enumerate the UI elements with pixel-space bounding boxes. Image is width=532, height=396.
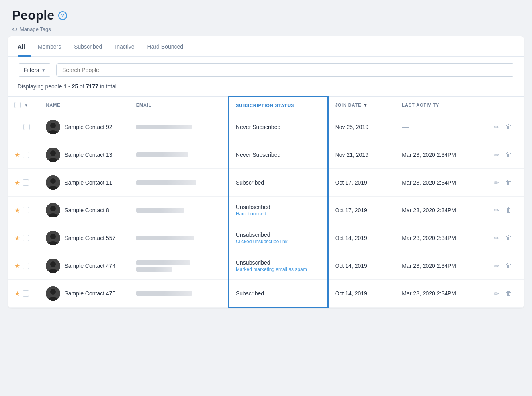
edit-icon[interactable]: ✏: [492, 288, 501, 299]
contact-name[interactable]: Sample Contact 475: [64, 290, 115, 297]
row-checkbox[interactable]: [23, 179, 29, 186]
select-all-sort-btn[interactable]: ▼: [23, 103, 28, 107]
name-cell: Sample Contact 557: [46, 231, 123, 245]
edit-icon[interactable]: ✏: [492, 233, 501, 244]
actions-cell: ✏ 🗑: [492, 122, 518, 133]
delete-icon[interactable]: 🗑: [504, 233, 514, 243]
edit-icon[interactable]: ✏: [492, 150, 501, 160]
subscription-status-cell: Subscribed: [236, 290, 321, 297]
subscription-status-cell: Subscribed: [236, 179, 321, 186]
actions-cell: ✏ 🗑: [492, 233, 518, 244]
star-icon[interactable]: ★: [14, 179, 20, 187]
subscription-status-main: Never Subscribed: [236, 124, 321, 130]
last-activity-dash: —: [402, 123, 409, 131]
star-icon[interactable]: ★: [14, 234, 20, 242]
last-activity-cell: —: [395, 113, 485, 141]
contact-name[interactable]: Sample Contact 92: [64, 124, 112, 130]
row-check-cell: ★: [14, 234, 33, 242]
row-checkbox[interactable]: [23, 290, 29, 297]
table-row: ★ Sample Contact 13 Never Subscribed Nov…: [8, 141, 524, 169]
delete-icon[interactable]: 🗑: [504, 205, 514, 215]
email-blur-1: [136, 236, 194, 240]
select-all-checkbox[interactable]: [14, 102, 21, 108]
email-cell: [136, 208, 222, 213]
star-icon[interactable]: ★: [14, 207, 20, 214]
email-blur-1: [136, 208, 184, 213]
subscription-status-main: Subscribed: [236, 179, 321, 186]
join-date-cell: Oct 17, 2019: [328, 197, 395, 224]
subscription-status-sub: Clicked unsubscribe link: [236, 239, 321, 244]
join-date-cell: Nov 25, 2019: [328, 113, 395, 141]
subscription-status-main: Unsubscribed: [236, 204, 321, 210]
search-input[interactable]: [56, 63, 514, 77]
avatar: [46, 203, 60, 217]
svg-point-19: [50, 289, 56, 295]
contact-name[interactable]: Sample Contact 8: [64, 207, 109, 213]
filters-label: Filters: [24, 67, 39, 73]
subscription-status-sub: Marked marketing email as spam: [236, 267, 321, 272]
last-activity-cell: Mar 23, 2020 2:34PM: [395, 197, 485, 224]
row-check-cell: ★: [14, 290, 33, 298]
row-checkbox[interactable]: [23, 235, 29, 241]
star-icon[interactable]: ★: [14, 151, 20, 159]
tag-icon: 🏷: [12, 26, 17, 32]
actions-cell: ✏ 🗑: [492, 205, 518, 216]
col-header-lastactivity: LAST ACTIVITY: [395, 97, 485, 113]
email-cell: [136, 180, 222, 185]
edit-icon[interactable]: ✏: [492, 177, 501, 188]
edit-icon[interactable]: ✏: [492, 122, 501, 133]
contact-name[interactable]: Sample Contact 11: [64, 179, 112, 186]
actions-cell: ✏ 🗑: [492, 150, 518, 160]
edit-icon[interactable]: ✏: [492, 261, 501, 271]
delete-icon[interactable]: 🗑: [504, 288, 514, 299]
edit-icon[interactable]: ✏: [492, 205, 501, 216]
contact-name[interactable]: Sample Contact 13: [64, 152, 112, 158]
table-row: ★ Sample Contact 474 Unsubscribed Marked…: [8, 252, 524, 280]
row-checkbox[interactable]: [23, 263, 29, 269]
subscription-status-cell: Unsubscribed Clicked unsubscribe link: [236, 232, 321, 244]
avatar: [46, 175, 60, 190]
tab-all[interactable]: All: [18, 36, 31, 57]
name-cell: Sample Contact 8: [46, 203, 123, 217]
contact-name[interactable]: Sample Contact 557: [64, 235, 115, 241]
delete-icon[interactable]: 🗑: [504, 177, 514, 188]
main-card: All Members Subscribed Inactive Hard Bou…: [8, 36, 524, 308]
row-checkbox[interactable]: [23, 124, 30, 130]
manage-tags-link[interactable]: 🏷 Manage Tags: [12, 26, 520, 32]
subscription-status-cell: Unsubscribed Marked marketing email as s…: [236, 259, 321, 272]
subscription-status-main: Subscribed: [236, 290, 321, 297]
col-header-joindate: JOIN DATE ▼: [328, 97, 395, 113]
col-header-email: EMAIL: [130, 97, 229, 113]
manage-tags-label: Manage Tags: [20, 26, 51, 32]
tab-inactive[interactable]: Inactive: [108, 36, 141, 57]
join-date-cell: Oct 14, 2019: [328, 252, 395, 280]
join-date-cell: Nov 21, 2019: [328, 141, 395, 169]
help-icon[interactable]: ?: [58, 11, 67, 20]
col-header-name: NAME: [39, 97, 129, 113]
row-checkbox[interactable]: [23, 152, 29, 158]
tab-subscribed[interactable]: Subscribed: [68, 36, 108, 57]
join-date-sort-icon[interactable]: ▼: [363, 102, 368, 108]
row-check-cell: ★: [14, 207, 33, 214]
star-icon[interactable]: ★: [14, 262, 20, 270]
contact-name[interactable]: Sample Contact 474: [64, 263, 115, 269]
svg-point-16: [50, 261, 56, 267]
row-checkbox[interactable]: [23, 207, 29, 213]
delete-icon[interactable]: 🗑: [504, 122, 514, 132]
delete-icon[interactable]: 🗑: [504, 261, 514, 271]
email-blur-1: [136, 152, 188, 157]
chevron-down-icon: ▼: [41, 68, 45, 72]
subscription-status-main: Never Subscribed: [236, 152, 321, 158]
filters-button[interactable]: Filters ▼: [18, 63, 51, 77]
tab-members[interactable]: Members: [31, 36, 68, 57]
table-row: Sample Contact 92 Never Subscribed Nov 2…: [8, 113, 524, 141]
tab-hard-bounced[interactable]: Hard Bounced: [141, 36, 190, 57]
svg-point-1: [50, 123, 56, 128]
table-row: ★ Sample Contact 11 Subscribed Oct 17, 2…: [8, 169, 524, 197]
delete-icon[interactable]: 🗑: [504, 150, 514, 160]
table-container: ▼ NAME EMAIL SUBSCRIPTION STATUS JOIN DA…: [8, 96, 524, 308]
last-activity-cell: Mar 23, 2020 2:34PM: [395, 280, 485, 308]
col-header-subscription: SUBSCRIPTION STATUS: [229, 97, 328, 113]
display-total: 7177: [86, 83, 98, 90]
star-icon[interactable]: ★: [14, 290, 20, 298]
